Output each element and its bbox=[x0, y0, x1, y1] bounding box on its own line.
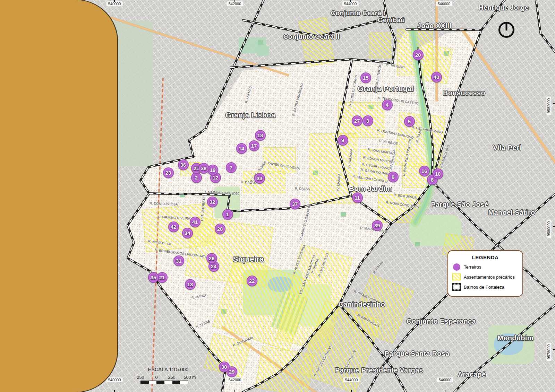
neighborhood-label: Parque Presidente Vargas bbox=[335, 366, 423, 374]
sidebar-gold-band bbox=[0, 0, 117, 392]
terreiro-marker-27: 27 bbox=[352, 115, 362, 126]
main-road bbox=[460, 27, 555, 222]
legend-label: Bairros de Fortaleza bbox=[464, 285, 504, 290]
neighborhood-label: Mondubim bbox=[497, 334, 533, 342]
terreiro-marker-18: 18 bbox=[255, 130, 266, 141]
coordinate-label: 542000 bbox=[227, 1, 243, 6]
terreiro-marker-2: 2 bbox=[191, 172, 202, 183]
terreiro-marker-6: 6 bbox=[388, 172, 399, 182]
coordinate-tick bbox=[553, 103, 555, 104]
neighborhood-label: Conjunto Ceará I bbox=[331, 9, 385, 17]
neighborhood-label: Conjunto Esperança bbox=[407, 317, 476, 325]
terreiro-marker-28: 28 bbox=[215, 224, 225, 234]
coordinate-label: 544000 bbox=[343, 377, 360, 382]
green-square bbox=[341, 212, 346, 217]
terreiro-marker-40: 40 bbox=[431, 72, 442, 82]
terreiro-marker-17: 17 bbox=[249, 140, 259, 151]
terreiro-marker-3: 3 bbox=[362, 115, 373, 126]
terreiro-marker-32: 32 bbox=[207, 197, 218, 207]
terreiro-marker-38: 38 bbox=[198, 163, 209, 174]
terreiro-marker-37: 37 bbox=[290, 199, 300, 209]
hatch-swatch-icon bbox=[452, 273, 461, 281]
precarious-settlement-area bbox=[310, 133, 357, 203]
terreiro-marker-9: 9 bbox=[338, 135, 348, 146]
coordinate-label: 542000 bbox=[227, 377, 243, 382]
terreiro-marker-22: 22 bbox=[247, 276, 257, 286]
terreiro-marker-4: 4 bbox=[382, 99, 393, 110]
neighborhood-label: João XXIII bbox=[417, 22, 452, 30]
precarious-settlement-area bbox=[395, 113, 445, 169]
legend-label: Terreiros bbox=[464, 264, 481, 270]
terreiro-dot-icon bbox=[452, 263, 461, 271]
coordinate-label: 540000 bbox=[106, 377, 123, 382]
legend-item-bairros: Bairros de Fortaleza bbox=[452, 283, 518, 291]
green-square bbox=[415, 242, 420, 246]
coordinate-tick bbox=[444, 0, 444, 2]
scale-bar: ESCALA 1:15.000 250 0 250 500 m bbox=[134, 367, 203, 384]
neighborhood-label: Aracapé bbox=[458, 371, 486, 378]
scale-ticks: 250 0 250 500 m bbox=[134, 375, 203, 380]
terreiro-marker-10: 10 bbox=[433, 168, 443, 179]
neighborhood-label: Bom Jardim bbox=[349, 184, 392, 193]
terreiro-marker-42: 42 bbox=[168, 221, 179, 232]
neighborhood-label: Granja Lisboa bbox=[225, 111, 275, 119]
terreiro-marker-34: 34 bbox=[182, 228, 193, 238]
coordinate-label: 546000 bbox=[436, 1, 452, 6]
precarious-settlement-area bbox=[255, 346, 315, 392]
terreiro-marker-7: 7 bbox=[226, 162, 237, 173]
scale-tick: 500 m bbox=[184, 375, 196, 380]
terreiro-marker-35: 35 bbox=[148, 272, 159, 283]
terreiro-marker-31: 31 bbox=[173, 255, 184, 266]
green-square bbox=[180, 193, 185, 197]
scale-bar-segments bbox=[140, 381, 188, 384]
coordinate-tick bbox=[114, 0, 115, 2]
terreiro-marker-11: 11 bbox=[352, 192, 363, 203]
terreiro-marker-33: 33 bbox=[254, 173, 265, 184]
scale-tick: 250 bbox=[137, 375, 144, 380]
scale-tick: 0 bbox=[155, 375, 158, 380]
terreiro-marker-16: 16 bbox=[419, 166, 430, 176]
terreiro-marker-39: 39 bbox=[372, 220, 383, 231]
neighborhood-label: Henrique Jorge bbox=[479, 4, 529, 11]
coordinate-tick bbox=[234, 390, 235, 392]
scale-tick: 250 bbox=[168, 375, 176, 380]
terreiro-marker-20: 20 bbox=[413, 50, 424, 60]
precarious-settlement-area bbox=[369, 33, 391, 58]
terreiro-marker-13: 13 bbox=[185, 279, 196, 290]
terreiro-marker-41: 41 bbox=[190, 217, 200, 227]
neighborhood-label: Genibaú bbox=[378, 16, 405, 24]
terreiro-marker-36: 36 bbox=[178, 159, 189, 170]
terreiro-marker-30: 30 bbox=[219, 361, 230, 372]
coordinate-label: 9580000 bbox=[546, 220, 551, 238]
legend-item-assentamentos: Assentamentos precários bbox=[452, 273, 518, 281]
park-area bbox=[257, 46, 269, 56]
coordinate-tick bbox=[350, 0, 351, 2]
neighborhood-label: Vila Peri bbox=[493, 144, 521, 152]
neighborhood-label: Manoel Sátiro bbox=[488, 209, 535, 217]
boundary-swatch-icon bbox=[452, 283, 461, 291]
coordinate-label: 546000 bbox=[437, 377, 453, 382]
street-label: R. DALAS bbox=[295, 186, 310, 191]
neighborhood-label: Parque Santa Rosa bbox=[384, 350, 449, 358]
legend-label: Assentamentos precários bbox=[464, 275, 515, 280]
legend-box: LEGENDA Terreiros Assentamentos precário… bbox=[447, 250, 523, 297]
coordinate-tick bbox=[114, 390, 115, 392]
neighborhood-label: Bonsucesso bbox=[443, 89, 485, 97]
neighborhood-label: Canindezinho bbox=[339, 300, 385, 308]
coordinate-tick bbox=[445, 390, 445, 392]
neighborhood-label: Parque São José bbox=[431, 201, 488, 209]
coordinate-label: 9582000 bbox=[546, 97, 551, 115]
neighborhood-label: Granja Portugal bbox=[358, 85, 414, 93]
coordinate-label: 544000 bbox=[342, 1, 359, 6]
legend-item-terreiros: Terreiros bbox=[452, 263, 518, 271]
terreiro-marker-23: 23 bbox=[163, 167, 174, 178]
coordinate-tick bbox=[351, 390, 352, 392]
coordinate-tick bbox=[553, 349, 555, 350]
neighborhood-label: Conjunto Ceará II bbox=[283, 33, 340, 41]
neighborhood-label: Siqueira bbox=[233, 255, 264, 264]
north-arrow-icon bbox=[498, 22, 514, 38]
coordinate-label: 9578000 bbox=[546, 343, 551, 361]
terreiro-marker-5: 5 bbox=[404, 116, 415, 127]
precarious-settlement-area bbox=[299, 17, 335, 67]
legend-title: LEGENDA bbox=[452, 254, 518, 260]
